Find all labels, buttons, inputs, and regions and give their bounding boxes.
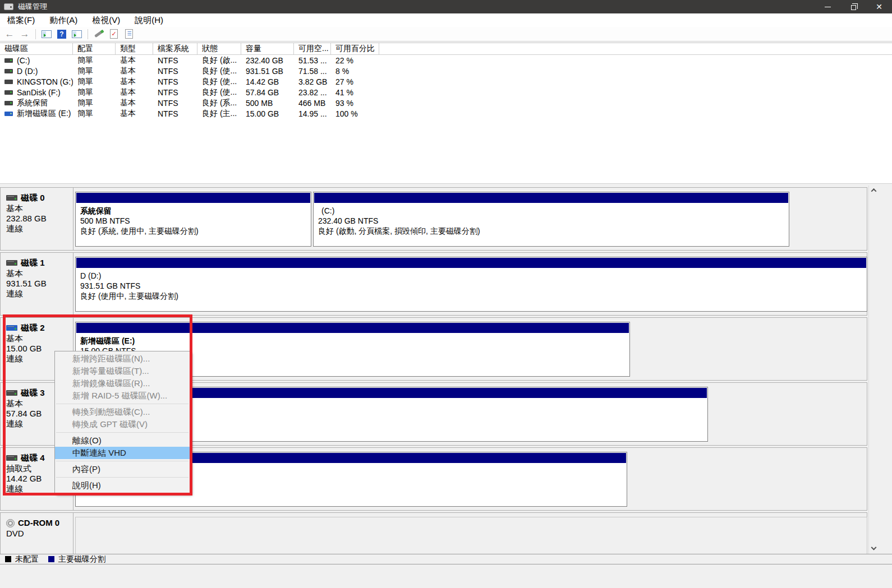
col-header-status[interactable]: 狀態 [197,43,241,54]
legend-primary-label: 主要磁碟分割 [58,554,105,564]
console-tree-icon[interactable] [40,29,53,40]
volume-icon-vhd [4,112,13,116]
volume-icon [4,58,13,63]
col-header-volume[interactable]: 磁碟區 [0,43,73,54]
disk-type: 基本 [6,334,73,344]
col-header-free-percent[interactable]: 可用百分比 [331,43,379,54]
primary-partition-strip [76,193,310,203]
volume-icon [4,90,13,95]
legend-unallocated-label: 未配置 [15,554,39,564]
cdrom-media-area[interactable] [75,517,867,555]
menu-item-new-mirrored-volume: 新增鏡像磁碟區(R)... [55,377,190,390]
menu-item-properties[interactable]: 內容(P) [55,463,190,475]
table-row[interactable]: 新增磁碟區 (E:) 簡單 基本 NTFS 良好 (主... 15.00 GB … [0,108,892,119]
col-header-free-space[interactable]: 可用空... [294,43,331,54]
volume-icon [4,101,13,105]
table-row[interactable]: KINGSTON (G:) 簡單 基本 NTFS 良好 (使... 14.42 … [0,76,892,87]
scroll-down-icon[interactable] [869,544,879,554]
forward-icon[interactable]: → [19,29,31,40]
partition-system-reserved[interactable]: 系統保留 500 MB NTFS 良好 (系統, 使用中, 主要磁碟分割) [75,192,311,247]
removable-disk-icon [6,455,17,461]
task-list-icon[interactable]: ☰ [123,29,135,40]
cdrom-header[interactable]: CD-ROM 0 DVD 沒有媒體 [1,513,73,554]
volume-list-header: 磁碟區 配置 類型 檔案系統 狀態 容量 可用空... 可用百分比 [0,43,892,55]
partition-d[interactable]: D (D:) 931.51 GB NTFS 良好 (使用中, 主要磁碟分割) [75,257,867,312]
table-row[interactable]: (C:) 簡單 基本 NTFS 良好 (啟... 232.40 GB 51.53… [0,55,892,66]
check-document-icon[interactable]: ✓ [108,29,120,40]
menu-item-detach-vhd[interactable]: 中斷連結 VHD [55,447,190,459]
cd-rom-icon [6,519,15,527]
table-row[interactable]: SanDisk (F:) 簡單 基本 NTFS 良好 (使... 57.84 G… [0,87,892,98]
vertical-scrollbar[interactable] [868,186,878,554]
disk-0-header[interactable]: 磁碟 0 基本 232.88 GB 連線 [1,188,73,250]
volume-icon [4,80,13,84]
legend-primary-swatch [48,556,54,562]
disk-size: 931.51 GB [6,279,73,289]
properties-tool-icon[interactable] [93,29,105,40]
disk-icon [6,195,17,201]
menu-item-new-spanned-volume: 新增跨距磁碟區(N)... [55,353,190,365]
restore-icon [851,5,856,10]
menu-action[interactable]: 動作(A) [42,14,85,27]
help-icon[interactable]: ? [56,29,68,40]
table-row[interactable]: D (D:) 簡單 基本 NTFS 良好 (使... 931.51 GB 71.… [0,66,892,76]
scroll-up-icon[interactable] [869,186,879,195]
primary-partition-strip [314,193,788,203]
toolbar-separator [35,29,36,39]
disk-size: 232.88 GB [6,214,73,224]
context-menu: 新增跨距磁碟區(N)... 新增等量磁碟區(T)... 新增鏡像磁碟區(R)..… [54,351,190,493]
disk-status: 連線 [6,224,73,234]
close-button[interactable]: ✕ [866,0,892,13]
disk-icon [6,390,17,396]
menu-file[interactable]: 檔案(F) [0,14,42,27]
col-header-layout[interactable]: 配置 [73,43,116,54]
col-header-type[interactable]: 類型 [116,43,153,54]
menu-item-convert-dynamic-disk: 轉換到動態磁碟(C)... [55,406,190,418]
menu-separator [56,477,188,478]
primary-partition-strip [76,258,866,268]
menu-item-convert-gpt-disk: 轉換成 GPT 磁碟(V) [55,418,190,430]
menu-item-offline[interactable]: 離線(O) [55,434,190,447]
disk-type: 基本 [6,268,73,279]
col-header-filesystem[interactable]: 檔案系統 [153,43,197,54]
volume-icon [4,69,13,73]
disk-type: 基本 [6,203,73,214]
minimize-button[interactable] [815,0,840,13]
cdrom-type: DVD [6,529,73,539]
disk-icon [6,260,17,266]
menu-item-help[interactable]: 說明(H) [55,479,190,492]
vhd-disk-icon [6,325,17,331]
back-icon[interactable]: ← [3,29,16,40]
menu-item-new-raid5-volume: 新增 RAID-5 磁碟區(W)... [55,390,190,402]
toolbar-separator [88,29,88,39]
volume-list: 磁碟區 配置 類型 檔案系統 狀態 容量 可用空... 可用百分比 (C:) 簡… [0,43,892,183]
menu-view[interactable]: 檢視(V) [85,14,127,27]
disk-row-0: 磁碟 0 基本 232.88 GB 連線 系統保留 500 MB NTFS 良好… [0,187,867,251]
partition-c[interactable]: (C:) 232.40 GB NTFS 良好 (啟動, 分頁檔案, 損毀傾印, … [313,192,789,247]
menu-separator [56,404,188,404]
menu-bar: 檔案(F) 動作(A) 檢視(V) 說明(H) [0,13,892,27]
disk-1-header[interactable]: 磁碟 1 基本 931.51 GB 連線 [1,253,73,315]
toolbar: ← → ? ✓ ☰ [0,27,892,41]
menu-item-new-striped-volume: 新增等量磁碟區(T)... [55,365,190,377]
minimize-icon [825,7,831,7]
title-bar: 磁碟管理 ✕ [0,0,892,13]
disk-management-window: 磁碟管理 ✕ 檔案(F) 動作(A) 檢視(V) 說明(H) ← → ? ✓ ☰… [0,0,892,588]
col-header-capacity[interactable]: 容量 [241,43,294,54]
close-icon: ✕ [876,3,882,11]
menu-separator [56,461,188,461]
disk-drive-app-icon [4,3,13,10]
disk-row-1: 磁碟 1 基本 931.51 GB 連線 D (D:) 931.51 GB NT… [0,252,867,316]
disk-status: 連線 [6,289,73,299]
table-row[interactable]: 系統保留 簡單 基本 NTFS 良好 (系... 500 MB 466 MB 9… [0,98,892,108]
cdrom-row: CD-ROM 0 DVD 沒有媒體 [0,512,867,554]
legend-unallocated-swatch [5,556,11,562]
action-pane-icon[interactable] [71,29,83,40]
menu-separator [56,432,188,433]
legend-bar: 未配置 主要磁碟分割 [0,554,892,564]
primary-partition-strip [76,323,629,333]
menu-help[interactable]: 說明(H) [127,14,171,27]
window-title: 磁碟管理 [18,2,47,12]
restore-button[interactable] [840,0,866,13]
